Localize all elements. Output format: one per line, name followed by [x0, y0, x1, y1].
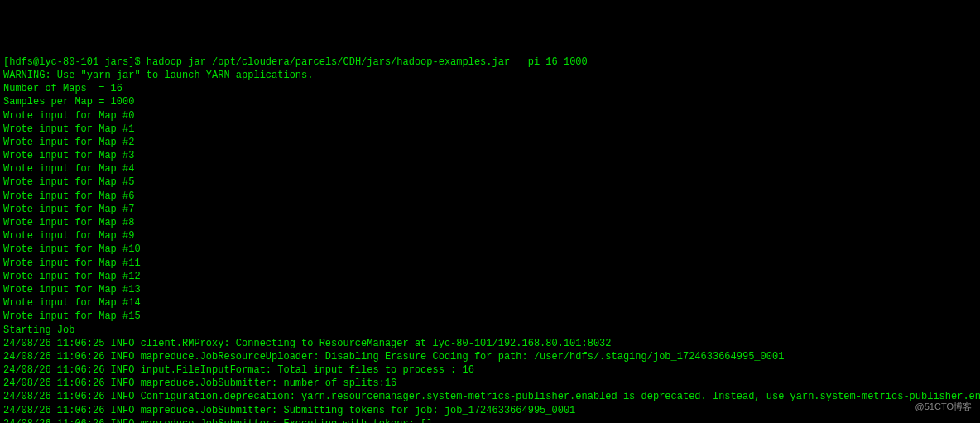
output-line: Number of Maps = 16 — [3, 82, 977, 95]
output-line: Wrote input for Map #12 — [3, 270, 977, 283]
watermark: @51CTO博客 — [915, 401, 972, 413]
output-line: 24/08/26 11:06:26 INFO Configuration.dep… — [3, 390, 977, 403]
output-line: Wrote input for Map #5 — [3, 175, 977, 189]
prompt-line: [hdfs@lyc-80-101 jars]$ hadoop jar /opt/… — [3, 55, 977, 69]
output-line: Wrote input for Map #2 — [3, 136, 977, 149]
output-line: Wrote input for Map #13 — [3, 283, 977, 296]
output-line: 24/08/26 11:06:26 INFO mapreduce.JobSubm… — [3, 417, 977, 423]
output-line: Wrote input for Map #10 — [3, 243, 977, 256]
output-line: Wrote input for Map #15 — [3, 310, 977, 323]
output-line: Wrote input for Map #6 — [3, 190, 977, 203]
output-line: Wrote input for Map #7 — [3, 203, 977, 216]
output-line: 24/08/26 11:06:25 INFO client.RMProxy: C… — [3, 337, 977, 350]
output-line: Wrote input for Map #11 — [3, 257, 977, 270]
output-line: Wrote input for Map #1 — [3, 123, 977, 136]
output-line: Samples per Map = 1000 — [3, 95, 977, 108]
output-line: 24/08/26 11:06:26 INFO mapreduce.JobReso… — [3, 350, 977, 363]
output-lines: WARNING: Use "yarn jar" to launch YARN a… — [3, 69, 977, 423]
output-line: Wrote input for Map #4 — [3, 162, 977, 175]
output-line: Wrote input for Map #0 — [3, 109, 977, 123]
terminal-output[interactable]: [hdfs@lyc-80-101 jars]$ hadoop jar /opt/… — [3, 55, 977, 423]
output-line: Wrote input for Map #9 — [3, 229, 977, 243]
output-line: Wrote input for Map #3 — [3, 149, 977, 162]
output-line: Starting Job — [3, 324, 977, 337]
prompt-user-host: [hdfs@lyc-80-101 jars]$ — [3, 56, 141, 68]
output-line: WARNING: Use "yarn jar" to launch YARN a… — [3, 69, 977, 82]
output-line: 24/08/26 11:06:26 INFO input.FileInputFo… — [3, 363, 977, 377]
output-line: Wrote input for Map #8 — [3, 216, 977, 229]
prompt-command: hadoop jar /opt/cloudera/parcels/CDH/jar… — [141, 56, 588, 68]
output-line: 24/08/26 11:06:26 INFO mapreduce.JobSubm… — [3, 404, 977, 417]
output-line: Wrote input for Map #14 — [3, 296, 977, 310]
output-line: 24/08/26 11:06:26 INFO mapreduce.JobSubm… — [3, 377, 977, 390]
